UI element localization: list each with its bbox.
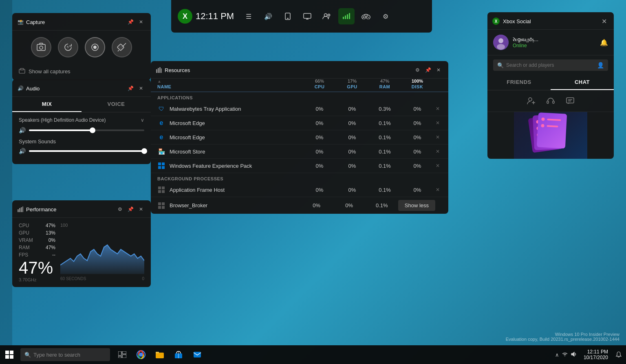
- appframe-icon: [157, 186, 165, 194]
- svg-rect-36: [158, 162, 161, 165]
- app-disk: 0%: [401, 163, 434, 169]
- capture-widget-icon: 📸: [17, 19, 24, 25]
- app-close-button[interactable]: ✕: [434, 105, 442, 113]
- taskbar-store-button[interactable]: [170, 345, 187, 364]
- perf-close-button[interactable]: ✕: [136, 204, 146, 214]
- tab-voice[interactable]: VOICE: [82, 97, 151, 112]
- mic-button[interactable]: [112, 37, 132, 57]
- speaker-volume-slider[interactable]: [29, 129, 144, 131]
- app-name: Application Frame Host: [170, 187, 303, 193]
- svg-rect-30: [22, 206, 23, 212]
- app-disk: 0%: [401, 120, 434, 126]
- table-row: Windows Feature Experience Pack 0% 0% 0.…: [151, 159, 448, 173]
- xbox-social-title: Xbox Social: [503, 18, 599, 24]
- audio-device-row: Speakers (High Definition Audio Device) …: [19, 117, 144, 123]
- person-add-icon: 👤: [597, 62, 604, 68]
- display-button[interactable]: [299, 8, 315, 24]
- app-close-button[interactable]: ✕: [434, 186, 442, 194]
- app-gpu: 0%: [336, 187, 368, 193]
- taskbar-clock[interactable]: 12:11 PM 10/17/2020: [580, 349, 611, 360]
- app-close-button[interactable]: ✕: [434, 119, 442, 127]
- controller-button[interactable]: [358, 8, 374, 24]
- menu-button[interactable]: ☰: [240, 8, 257, 24]
- app-close-button[interactable]: ✕: [434, 147, 442, 156]
- tab-mix[interactable]: MIX: [12, 97, 82, 112]
- audio-close-button[interactable]: ✕: [136, 83, 146, 93]
- screenshot-button[interactable]: [31, 37, 51, 57]
- perf-settings-button[interactable]: ⚙: [115, 204, 125, 214]
- taskbar-explorer-button[interactable]: [151, 345, 169, 364]
- social-close-button[interactable]: ✕: [599, 16, 609, 26]
- taskbar-search-bar[interactable]: 🔍 Type here to search: [20, 348, 110, 361]
- svg-rect-7: [343, 17, 344, 19]
- app-close-button[interactable]: ✕: [434, 133, 442, 141]
- app-cpu: 0%: [300, 202, 333, 208]
- system-sounds-slider[interactable]: [29, 150, 144, 152]
- svg-rect-40: [158, 186, 161, 189]
- notification-bell-button[interactable]: 🔔: [600, 39, 608, 46]
- svg-point-6: [328, 14, 330, 16]
- browser-broker-row: Browser_Broker 0% 0% 0.1% Show less: [151, 197, 448, 214]
- audio-pin-button[interactable]: 📌: [126, 83, 135, 93]
- chat-message-button[interactable]: [564, 94, 577, 107]
- player-search-bar[interactable]: 🔍 👤: [493, 59, 608, 71]
- performance-button[interactable]: [338, 8, 355, 24]
- search-icon: 🔍: [497, 62, 504, 68]
- tab-friends[interactable]: FRIENDS: [487, 75, 551, 90]
- audio-widget-icon: 🔊: [17, 85, 24, 92]
- app-disk: 0%: [401, 106, 434, 112]
- tab-chat[interactable]: CHAT: [551, 75, 614, 90]
- perf-stat-cpu: CPU 47%: [19, 223, 55, 228]
- system-tray: ∧: [552, 345, 580, 364]
- capture-widget-header: 📸 Capture 📌 ✕: [12, 13, 151, 31]
- capture-phone-button[interactable]: [280, 8, 296, 24]
- search-input[interactable]: [506, 62, 595, 68]
- notification-center-button[interactable]: [611, 345, 626, 364]
- headset-button[interactable]: [544, 94, 557, 107]
- show-hidden-icons-button[interactable]: ∧: [555, 352, 559, 358]
- settings-button[interactable]: ⚙: [377, 8, 394, 24]
- table-row: 🏪 Microsoft Store 0% 0% 0.1% 0% ✕: [151, 145, 448, 159]
- taskbar-mail-button[interactable]: [188, 345, 206, 364]
- capture-close-button[interactable]: ✕: [136, 17, 146, 27]
- svg-rect-37: [162, 162, 165, 165]
- svg-rect-35: [161, 68, 162, 73]
- svg-point-50: [497, 44, 505, 50]
- app-gpu: 0%: [336, 134, 368, 140]
- start-button[interactable]: [0, 345, 19, 364]
- col-gpu-header: 17% GPU: [336, 79, 368, 89]
- resources-close-button[interactable]: ✕: [434, 65, 443, 75]
- perf-pin-button[interactable]: 📌: [126, 204, 135, 214]
- capture-pin-button[interactable]: 📌: [126, 17, 135, 27]
- replay-button[interactable]: 5: [58, 37, 78, 57]
- system-sounds-label: System Sounds: [19, 138, 144, 145]
- app-ram: 0.1%: [366, 202, 398, 208]
- svg-rect-39: [162, 166, 165, 169]
- record-button[interactable]: [85, 37, 105, 57]
- show-less-button[interactable]: Show less: [398, 200, 435, 211]
- add-friend-button[interactable]: [525, 94, 538, 107]
- audio-chevron-icon: ∨: [141, 117, 144, 123]
- volume-icon[interactable]: [571, 351, 577, 358]
- svg-rect-2: [304, 13, 311, 18]
- svg-rect-61: [5, 355, 9, 359]
- taskbar-chrome-button[interactable]: [132, 345, 150, 364]
- network-icon[interactable]: [562, 352, 568, 358]
- audio-button[interactable]: 🔊: [260, 8, 276, 24]
- table-row: Application Frame Host 0% 0% 0.1% 0% ✕: [151, 183, 448, 197]
- svg-rect-10: [349, 13, 350, 19]
- taskbar-taskview-button[interactable]: [113, 345, 131, 364]
- system-sounds-thumb[interactable]: [141, 148, 147, 154]
- taskbar: 🔍 Type here to search: [0, 345, 626, 364]
- friends-button[interactable]: [319, 8, 335, 24]
- resources-pin-button[interactable]: 📌: [423, 65, 433, 75]
- show-captures-button[interactable]: Show all captures: [12, 64, 151, 80]
- svg-rect-69: [156, 353, 164, 358]
- perf-chart-top-label: 100: [60, 223, 144, 228]
- speaker-volume-thumb[interactable]: [90, 127, 95, 133]
- svg-rect-70: [156, 352, 159, 353]
- perf-widget-title: Performance: [26, 206, 114, 213]
- resources-filter-button[interactable]: ⚙: [412, 65, 422, 75]
- perf-chart-area: 100 60 SECONDS 0: [60, 223, 144, 282]
- app-close-button[interactable]: ✕: [434, 162, 442, 170]
